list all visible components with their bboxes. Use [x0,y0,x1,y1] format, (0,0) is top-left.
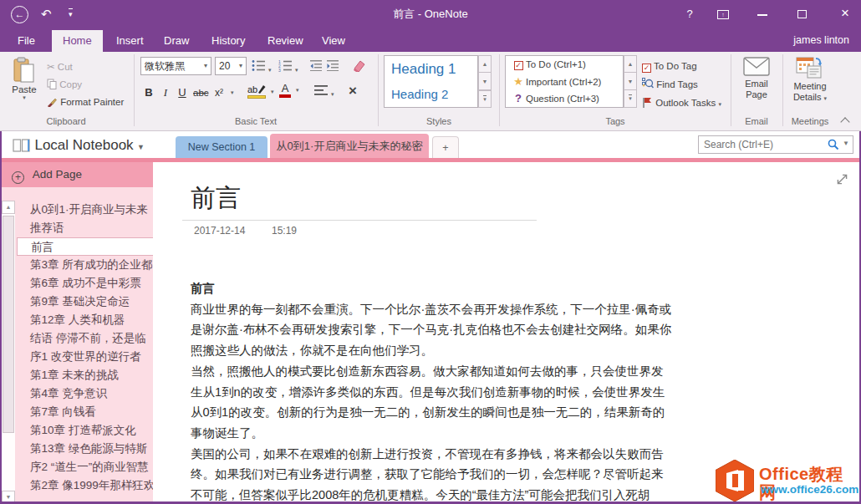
add-page-button[interactable]: + Add Page [0,162,153,187]
bullets-button[interactable]: ▾ [252,59,272,74]
style-heading1[interactable]: Heading 1 [385,56,477,82]
page-list-item[interactable]: 序2 “道生一”的商业智慧 [17,458,153,476]
find-tags-button[interactable]: Find Tags [642,76,698,93]
styles-gallery-more-button[interactable]: ▾ [478,90,492,108]
tag-important[interactable]: ★Important (Ctrl+2) [506,74,623,91]
decrease-indent-button[interactable] [310,60,323,73]
tag-todo[interactable]: ✓To Do (Ctrl+1) [506,56,623,74]
page-list-item-selected[interactable]: 前言 [17,237,153,256]
page-list-item[interactable]: 第12章 人类和机器 [17,311,153,329]
search-icon[interactable] [828,139,839,150]
tab-view[interactable]: View [311,30,356,52]
paste-button[interactable]: Paste ▾ [5,56,43,113]
tags-gallery-more-button[interactable]: ▾ [624,90,637,108]
highlight-button[interactable]: ab ▾ [247,84,266,99]
style-heading2[interactable]: Heading 2 [385,82,477,107]
page-list-item[interactable]: 序1 改变世界的逆行者 [17,348,153,366]
section-tab-active[interactable]: 从0到1·开启商业与未来的秘密 [270,134,429,158]
search-scope-dropdown-icon[interactable]: ▼ [843,140,849,147]
tag-question[interactable]: ?Question (Ctrl+3) [506,90,623,108]
page-list-item[interactable]: 第6章 成功不是中彩票 [17,274,153,293]
underline-button[interactable]: U [176,84,189,102]
ribbon-display-options-button[interactable]: ↑ [717,10,729,19]
tags-scroll-up-button[interactable]: ▲ [624,55,637,73]
page-list-item[interactable]: 第1章 未来的挑战 [17,366,153,384]
bullets-icon [252,59,266,72]
paste-clipboard-icon [13,57,35,84]
outlook-tasks-button[interactable]: Outlook Tasks ▾ [642,94,721,113]
highlight-color-bar [247,95,266,99]
paste-label: Paste [5,85,43,94]
group-label-styles: Styles [380,116,497,126]
email-page-button[interactable]: Email Page [735,57,778,100]
notebook-icon [13,138,31,153]
body-paragraph[interactable]: 美国的公司，如果不在艰难的创新上进行投资，不管现在有多挣钱，将来都会以失败而告终… [191,444,674,504]
help-button[interactable]: ? [677,0,702,28]
paragraph-alignment-button[interactable]: ▾ [314,85,334,98]
page-list-item[interactable]: 第13章 绿色能源与特斯 [17,440,153,458]
styles-scroll-up-button[interactable]: ▲ [478,55,492,73]
superscript-button[interactable]: x² [215,84,223,102]
cut-button[interactable]: ✂ Cut [47,59,73,75]
strikethrough-button[interactable]: abc [193,84,209,102]
copy-button[interactable]: Copy [47,76,82,93]
increase-indent-button[interactable] [327,60,339,73]
tab-home[interactable]: Home [52,30,103,52]
maximize-button[interactable] [797,10,807,18]
tags-gallery-scroll: ▲ ▼ ▾ [624,55,637,108]
page-list-item[interactable]: 第10章 打造帮派文化 [17,421,153,440]
format-painter-brush-icon [47,96,58,107]
page-list-item[interactable]: 第7章 向钱看 [17,403,153,421]
numbering-button[interactable]: 123 ▾ [278,59,298,74]
page-title[interactable]: 前言 [191,181,241,216]
tags-scroll-down-button[interactable]: ▼ [624,73,637,90]
styles-gallery-scroll: ▲ ▼ ▾ [478,55,492,108]
italic-button[interactable]: I [160,84,171,102]
page-list-item[interactable]: 第2章 像1999年那样狂欢 [17,476,153,495]
group-label-tags: Tags [502,116,729,126]
page-list-item[interactable]: 第4章 竞争意识 [17,384,153,403]
font-color-button[interactable]: A ▾ [279,82,291,98]
bullets-dropdown-icon: ▾ [268,67,272,73]
font-more-dropdown-icon[interactable]: ▾ [231,89,234,96]
tab-review[interactable]: Review [257,30,314,52]
body-heading[interactable]: 前言 [191,278,674,299]
minimize-button[interactable] [757,14,767,16]
tab-insert[interactable]: Insert [105,30,155,52]
font-name-select[interactable]: 微软雅黑▾ [140,57,211,75]
tab-history[interactable]: History [201,30,256,52]
section-tab-new-section-1[interactable]: New Section 1 [176,136,267,158]
font-size-select[interactable]: 20▾ [215,57,247,75]
tags-gallery: ✓To Do (Ctrl+1) ★Important (Ctrl+2) ?Que… [505,55,624,108]
body-paragraph[interactable]: 商业世界的每一刻都不会重演。下一个比尔·盖茨不会再开发操作系统，下一个拉里·佩奇… [191,299,674,361]
signed-in-user[interactable]: james linton [793,34,849,46]
scroll-up-icon: ▲ [628,61,634,67]
close-button[interactable]: × [833,0,858,27]
bold-button[interactable]: B [142,84,155,102]
styles-scroll-down-button[interactable]: ▼ [478,73,492,90]
page-list-item[interactable]: 从0到1·开启商业与未来 [17,201,153,219]
delete-button[interactable]: × [349,83,357,99]
notebook-dropdown[interactable]: Local Notebook ▼ [13,137,145,154]
page-list-scrollbar[interactable]: ▲ ▼ [2,201,15,504]
page-list-item[interactable]: 推荐语 [17,219,153,237]
expand-page-icon[interactable] [836,173,848,186]
page-list-item[interactable]: 第9章 基础决定命运 [17,293,153,311]
page-canvas[interactable]: 前言 2017-12-14 15:19 前言 商业世界的每一刻都不会重演。下一个… [153,162,861,504]
todo-tag-button[interactable]: ✓ To Do Tag [642,58,697,74]
tab-file[interactable]: File [7,30,46,52]
tab-draw[interactable]: Draw [153,30,200,52]
meeting-details-button[interactable]: Meeting Details ▾ [786,57,834,104]
office-logo-icon [716,460,754,501]
format-painter-button[interactable]: Format Painter [47,94,124,110]
page-list-item[interactable]: 第3章 所有成功的企业都 [17,256,153,274]
note-body[interactable]: 前言 商业世界的每一刻都不会重演。下一个比尔·盖茨不会再开发操作系统，下一个拉里… [191,278,674,504]
body-paragraph[interactable]: 当然，照搬他人的模式要比创造新东西容易。做大家都知道如何去做的事，只会使世界发生… [191,361,674,444]
scrollbar-up-button[interactable]: ▲ [2,201,15,214]
add-section-tab[interactable]: + [432,136,459,158]
scrollbar-thumb[interactable] [3,216,14,433]
page-list-item[interactable]: 结语 停滞不前，还是临 [17,329,153,348]
clear-formatting-button[interactable] [352,58,367,74]
page-list-panel: + Add Page ▲ ▼ 从0到1·开启商业与未来 推荐语 前言 第3章 所… [0,162,153,504]
collapse-ribbon-button[interactable] [842,117,848,127]
